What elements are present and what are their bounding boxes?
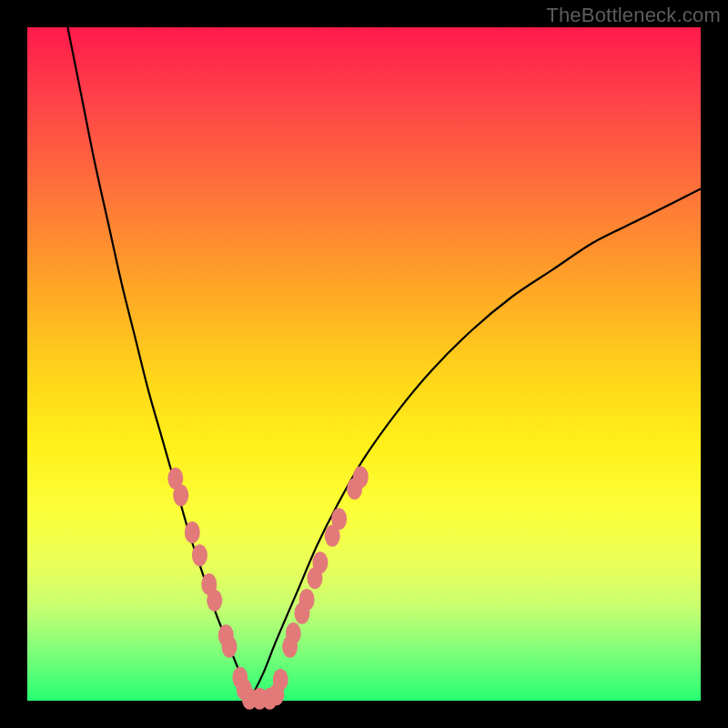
curve-right-branch [249,189,701,701]
marker-dot [353,466,369,488]
marker-dot [331,508,347,530]
marker-dot [312,551,328,573]
chart-frame: TheBottleneck.com [0,0,728,728]
marker-dot [207,590,222,612]
marker-dot [173,484,188,506]
chart-svg [27,27,701,701]
marker-dot [222,636,238,658]
bottleneck-curve [67,27,701,701]
curve-left-branch [67,27,249,701]
marker-dot [185,521,200,543]
marker-dot [286,622,301,644]
marker-dot [299,589,315,611]
marker-dot [273,669,288,691]
watermark-text: TheBottleneck.com [546,4,721,27]
marker-dot [192,544,207,566]
